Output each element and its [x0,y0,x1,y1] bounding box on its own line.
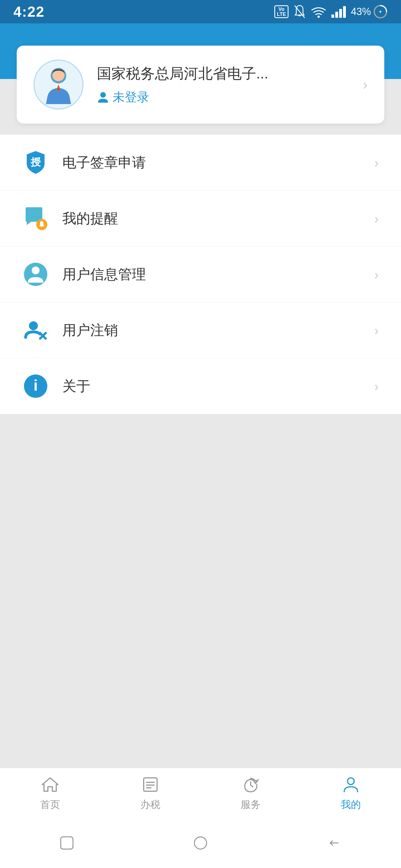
mine-nav-icon [341,775,361,795]
svg-rect-4 [339,9,342,18]
android-recent-btn[interactable] [323,832,345,854]
menu-item-cancel[interactable]: 用户注销 › [0,302,401,358]
android-back-btn[interactable] [56,832,78,854]
chat-bell-icon [23,206,48,230]
menu-item-userinfo[interactable]: 用户信息管理 › [0,247,401,302]
signal-icon [332,6,346,18]
tax-nav-icon [140,775,161,795]
wifi-icon [311,6,326,18]
menu-item-eseal[interactable]: 授 电子签章申请 › [0,135,401,191]
nav-item-service[interactable]: 服务 [200,768,301,818]
menu-item-about[interactable]: i 关于 › [0,358,401,414]
menu-item-reminder[interactable]: 我的提醒 › [0,191,401,247]
userinfo-label: 用户信息管理 [62,265,374,284]
service-nav-label: 服务 [240,798,261,811]
svg-text:i: i [33,376,38,394]
battery-ring-icon: + [373,4,388,19]
mine-nav-label: 我的 [341,798,361,811]
battery-percent: 43% [351,6,371,18]
svg-rect-2 [332,14,334,18]
status-time: 4:22 [13,3,45,20]
nav-item-tax[interactable]: 办税 [100,768,200,818]
home-nav-icon [40,775,60,795]
nav-item-home[interactable]: 首页 [0,768,100,818]
notification-mute-icon [293,4,306,19]
svg-point-1 [317,16,320,18]
svg-point-24 [347,778,354,784]
avatar [33,60,84,110]
svg-rect-5 [343,6,346,18]
about-label: 关于 [62,377,374,396]
android-home-btn[interactable] [189,832,212,854]
reminder-chevron-icon: › [374,211,379,226]
bottom-nav: 首页 办税 服务 我的 [0,768,401,818]
svg-text:+: + [379,9,382,14]
user-icon [97,91,109,103]
userinfo-icon-wrap [22,261,49,288]
reminder-icon-wrap [22,205,49,232]
tax-nav-label: 办税 [140,798,161,811]
about-icon-wrap: i [22,373,49,400]
svg-point-15 [29,321,38,330]
shield-auth-icon: 授 [25,150,47,175]
svg-point-10 [100,92,106,98]
svg-point-14 [32,267,39,274]
userinfo-chevron-icon: › [374,267,379,282]
status-bar: 4:22 Vo LTE 43% [0,0,401,23]
profile-chevron-icon: › [363,76,368,93]
menu-list: 授 电子签章申请 › 我的提醒 › 用 [0,135,401,414]
profile-card[interactable]: 国家税务总局河北省电子... 未登录 › [17,45,384,124]
svg-text:授: 授 [30,156,41,168]
svg-rect-25 [61,837,73,849]
eseal-icon-wrap: 授 [22,149,49,176]
battery-container: 43% + [351,4,388,19]
profile-info: 国家税务总局河北省电子... 未登录 [97,64,368,105]
volte-icon: Vo LTE [274,5,288,18]
eseal-label: 电子签章申请 [62,153,374,172]
android-nav-bar [0,818,401,868]
user-manage-icon [24,262,47,286]
cancel-label: 用户注销 [62,321,374,340]
svg-rect-3 [335,12,338,18]
service-nav-icon [240,775,261,795]
eseal-chevron-icon: › [374,155,379,170]
nav-item-mine[interactable]: 我的 [301,768,401,818]
home-nav-label: 首页 [40,798,60,811]
about-chevron-icon: › [374,379,379,394]
svg-point-26 [194,837,207,849]
profile-title: 国家税务总局河北省电子... [97,64,368,84]
status-icons: Vo LTE 43% [274,4,388,19]
reminder-label: 我的提醒 [62,209,374,228]
cancel-chevron-icon: › [374,323,379,338]
profile-login-status: 未登录 [97,89,368,105]
cancel-icon-wrap [22,317,49,344]
info-icon: i [24,374,47,398]
user-cancel-icon [24,318,47,342]
